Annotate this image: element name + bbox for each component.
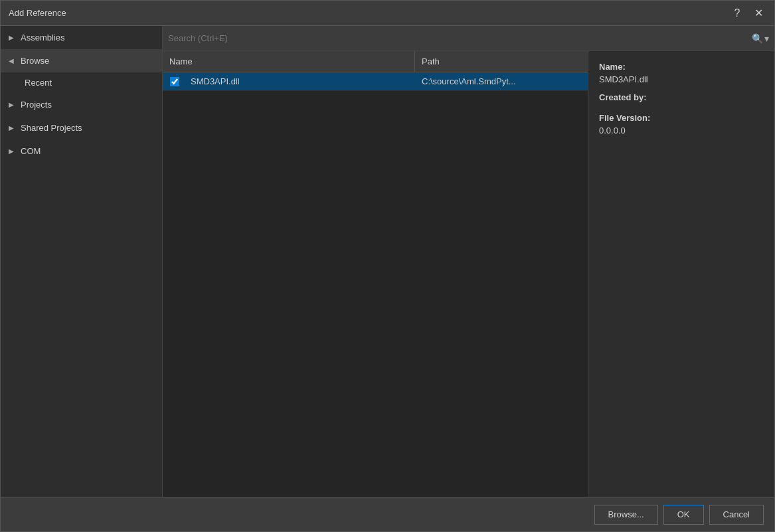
content-split: Name Path SMD3API.dll C:\source\Aml.SmdP… xyxy=(163,51,774,497)
help-button[interactable]: ? xyxy=(729,5,745,21)
row-checkbox[interactable] xyxy=(170,77,179,86)
bottom-bar: Browse... OK Cancel xyxy=(1,497,774,531)
search-button[interactable]: 🔍 ▾ xyxy=(752,33,769,44)
info-panel: Name: SMD3API.dll Created by: File Versi… xyxy=(588,51,774,497)
table-header: Name Path xyxy=(163,51,588,72)
assemblies-arrow: ▶ xyxy=(9,34,17,41)
sidebar-label-projects: Projects xyxy=(21,100,52,110)
title-bar-left: Add Reference xyxy=(9,8,66,18)
table-area: Name Path SMD3API.dll C:\source\Aml.SmdP… xyxy=(163,51,588,497)
sidebar-item-recent[interactable]: Recent xyxy=(1,72,162,93)
name-label: Name: xyxy=(599,62,764,72)
main-content: ▶ Assemblies ◀ Browse Recent ▶ Projects … xyxy=(1,26,774,497)
browse-button[interactable]: Browse... xyxy=(594,505,658,525)
sidebar-item-shared-projects[interactable]: ▶ Shared Projects xyxy=(1,116,162,139)
projects-arrow: ▶ xyxy=(9,101,17,108)
search-dropdown-icon: ▾ xyxy=(764,33,769,44)
sidebar-label-shared-projects: Shared Projects xyxy=(21,123,82,133)
sidebar-label-com: COM xyxy=(21,146,41,156)
table-row[interactable]: SMD3API.dll C:\source\Aml.SmdPyt... xyxy=(163,72,588,91)
com-arrow: ▶ xyxy=(9,147,17,155)
cancel-button[interactable]: Cancel xyxy=(709,505,764,525)
file-version-label: File Version: xyxy=(599,113,764,123)
browse-arrow: ◀ xyxy=(9,57,17,64)
name-value: SMD3API.dll xyxy=(599,74,764,84)
sidebar-label-recent: Recent xyxy=(25,78,52,88)
created-by-label: Created by: xyxy=(599,92,764,102)
title-bar-controls: ? ✕ xyxy=(729,5,766,21)
search-icon: 🔍 xyxy=(752,33,763,44)
row-path: C:\source\Aml.SmdPyt... xyxy=(415,76,588,86)
close-button[interactable]: ✕ xyxy=(750,5,766,21)
ok-button[interactable]: OK xyxy=(663,505,704,525)
add-reference-dialog: Add Reference ? ✕ ▶ Assemblies ◀ Browse … xyxy=(0,0,775,532)
sidebar-label-browse: Browse xyxy=(21,56,49,66)
shared-projects-arrow: ▶ xyxy=(9,124,17,132)
row-name: SMD3API.dll xyxy=(187,76,415,86)
sidebar-label-assemblies: Assemblies xyxy=(21,33,64,43)
file-version-value: 0.0.0.0 xyxy=(599,126,764,135)
sidebar-item-assemblies[interactable]: ▶ Assemblies xyxy=(1,26,162,49)
sidebar-item-projects[interactable]: ▶ Projects xyxy=(1,93,162,116)
dialog-title: Add Reference xyxy=(9,8,66,18)
search-input[interactable] xyxy=(168,33,749,43)
sidebar-item-com[interactable]: ▶ COM xyxy=(1,139,162,163)
column-header-name: Name xyxy=(163,51,415,72)
sidebar: ▶ Assemblies ◀ Browse Recent ▶ Projects … xyxy=(1,26,163,497)
right-panel: 🔍 ▾ Name Path SMD3API.dll xyxy=(163,26,774,497)
row-checkbox-container xyxy=(163,77,187,86)
sidebar-item-browse[interactable]: ◀ Browse xyxy=(1,49,162,72)
title-bar: Add Reference ? ✕ xyxy=(1,1,774,26)
search-bar: 🔍 ▾ xyxy=(163,26,774,51)
column-header-path: Path xyxy=(415,51,588,72)
